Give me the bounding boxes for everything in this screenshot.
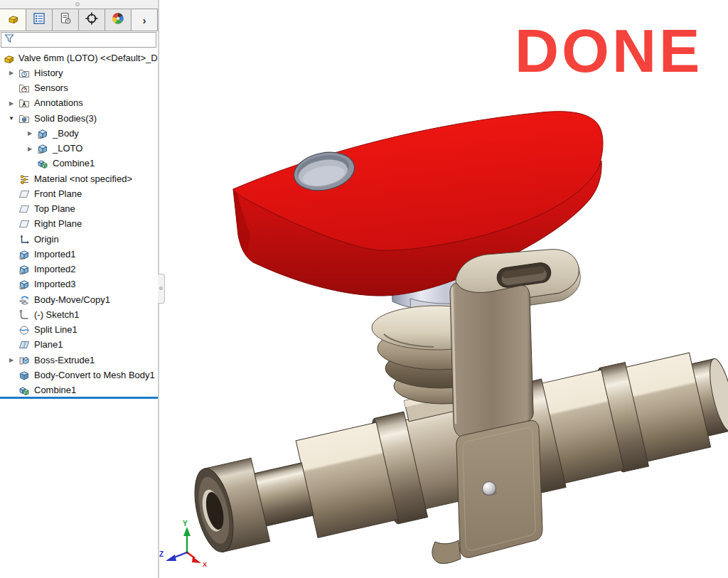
tree-item-label: Body-Move/Copy1 xyxy=(34,294,110,306)
expand-arrow[interactable]: ▶ xyxy=(4,100,18,107)
tree-item-sketch1[interactable]: (-) Sketch1 xyxy=(0,307,158,322)
solid-body-cube-icon xyxy=(37,128,49,139)
tree-item-label: Sensors xyxy=(34,82,68,94)
folder-solid-bodies-icon xyxy=(18,113,31,124)
tree-item-label: Material <not specified> xyxy=(34,173,132,185)
tree-item-label: Top Plane xyxy=(34,203,75,215)
tree-item-sensors[interactable]: Sensors xyxy=(0,81,158,96)
tree-item-label: Imported2 xyxy=(34,264,76,275)
tree-item-loto[interactable]: ▶_LOTO xyxy=(0,141,158,156)
tree-item-annotations[interactable]: ▶Annotations xyxy=(0,96,158,111)
x-axis-arrow xyxy=(192,557,201,563)
tree-item-label: (-) Sketch1 xyxy=(34,309,80,321)
panel-drag-grip[interactable] xyxy=(75,2,80,6)
manager-tab-0[interactable] xyxy=(0,9,26,31)
y-axis-arrow xyxy=(183,527,191,536)
panel-top-strip xyxy=(0,0,159,9)
tree-item-imported3[interactable]: Imported3 xyxy=(0,277,158,292)
expand-arrow[interactable]: ▼ xyxy=(4,115,18,122)
ref-plane-icon xyxy=(18,203,31,215)
rollback-bar[interactable] xyxy=(0,397,158,399)
tree-item-label: Imported3 xyxy=(34,279,76,290)
manager-tab-1[interactable] xyxy=(26,9,53,31)
solid-body-cube-icon xyxy=(18,279,31,290)
part-icon xyxy=(3,53,15,64)
displaymanager-icon xyxy=(111,11,125,28)
tree-item-origin[interactable]: Origin xyxy=(0,232,158,247)
body-move-copy-icon xyxy=(18,294,31,306)
tree-item-label: Split Line1 xyxy=(34,324,77,336)
tree-item-label: Annotations xyxy=(34,97,83,109)
expand-arrow[interactable]: ▶ xyxy=(4,357,18,363)
propertymanager-icon xyxy=(58,11,73,28)
tree-item-label: Right Plane xyxy=(34,218,82,230)
sketch-icon xyxy=(18,309,31,321)
z-axis-label: Z xyxy=(159,550,164,558)
manager-tab-3[interactable] xyxy=(79,9,105,31)
plane-icon xyxy=(18,339,31,350)
tree-item-label: _LOTO xyxy=(53,143,82,154)
part-icon xyxy=(7,13,18,27)
tree-item-plane1[interactable]: Plane1 xyxy=(0,338,158,353)
tree-item-label: History xyxy=(34,68,63,79)
tree-item-label: Body-Convert to Mesh Body1 xyxy=(34,370,155,381)
solidworks-window: Y Z X DONE › Valve 6mm (LOTO) <<Default>… xyxy=(0,0,728,578)
filter-funnel-icon xyxy=(4,33,15,47)
tree-item-label: Valve 6mm (LOTO) <<Default>_Displa xyxy=(18,53,158,64)
tree-item-label: Solid Bodies(3) xyxy=(34,113,97,124)
x-axis-label: X xyxy=(203,561,207,568)
y-axis-label: Y xyxy=(183,520,188,528)
tab-overflow-chevron[interactable]: › xyxy=(132,9,158,31)
ref-plane-icon xyxy=(18,188,31,200)
tree-item-imported1[interactable]: Imported1 xyxy=(0,247,158,262)
ref-plane-icon xyxy=(18,218,31,230)
splitter-grip-dot xyxy=(159,287,163,290)
folder-sensors-icon xyxy=(18,82,31,94)
boss-extrude-icon xyxy=(18,355,31,366)
origin-icon xyxy=(18,234,31,245)
tree-item-body-move-copy1[interactable]: Body-Move/Copy1 xyxy=(0,292,158,307)
tree-item-label: Front Plane xyxy=(34,188,82,200)
manager-tab-2[interactable] xyxy=(53,9,79,31)
tree-item-front-plane[interactable]: Front Plane xyxy=(0,186,158,201)
tree-item-label: Combine1 xyxy=(34,385,76,396)
featuremanager-icon xyxy=(32,11,46,28)
folder-history-icon xyxy=(18,68,31,79)
convert-mesh-icon xyxy=(18,370,31,381)
tree-item-imported2[interactable]: Imported2 xyxy=(0,262,158,277)
tree-item-material-not-specified[interactable]: Material <not specified> xyxy=(0,171,158,186)
tree-item-split-line1[interactable]: Split Line1 xyxy=(0,323,158,338)
feature-manager-panel: › Valve 6mm (LOTO) <<Default>_Displa▶His… xyxy=(0,0,159,578)
bracket-bottom-curl xyxy=(432,540,461,564)
solid-body-cube-icon xyxy=(18,264,31,275)
tree-item-body[interactable]: ▶_Body xyxy=(0,126,158,141)
tree-item-right-plane[interactable]: Right Plane xyxy=(0,217,158,232)
tree-item-label: Boss-Extrude1 xyxy=(34,355,95,366)
panel-splitter-handle[interactable] xyxy=(158,274,165,304)
tree-item-history[interactable]: ▶History xyxy=(0,65,158,80)
solid-body-cube-icon xyxy=(37,143,49,154)
tree-item-top-plane[interactable]: Top Plane xyxy=(0,202,158,217)
tree-item-boss-extrude1[interactable]: ▶Boss-Extrude1 xyxy=(0,353,158,368)
tree-item-combine1[interactable]: Combine1 xyxy=(0,383,158,398)
manager-tab-4[interactable] xyxy=(105,9,132,31)
tree-filter-input[interactable] xyxy=(1,32,156,48)
tree-item-label: Plane1 xyxy=(34,339,63,350)
expand-arrow[interactable]: ▶ xyxy=(23,146,37,152)
z-axis-arrow xyxy=(166,555,176,561)
tree-item-body-convert-to-mesh-body1[interactable]: Body-Convert to Mesh Body1 xyxy=(0,368,158,382)
tree-item-label: Origin xyxy=(34,234,59,245)
expand-arrow[interactable]: ▶ xyxy=(23,130,37,137)
configurationmanager-icon xyxy=(85,11,99,28)
bracket-web xyxy=(450,283,533,439)
combine-icon xyxy=(37,158,49,169)
expand-arrow[interactable]: ▶ xyxy=(4,70,18,76)
bracket-rivet xyxy=(483,482,496,496)
combine-icon xyxy=(18,385,31,396)
tree-item-combine1[interactable]: Combine1 xyxy=(0,156,158,171)
tree-item-valve-6mm-loto-default-displa[interactable]: Valve 6mm (LOTO) <<Default>_Displa xyxy=(0,50,158,65)
tree-item-solid-bodies-3[interactable]: ▼Solid Bodies(3) xyxy=(0,111,158,126)
done-annotation: DONE xyxy=(515,20,702,81)
split-line-icon xyxy=(18,324,31,336)
manager-tab-bar: › xyxy=(0,9,158,31)
